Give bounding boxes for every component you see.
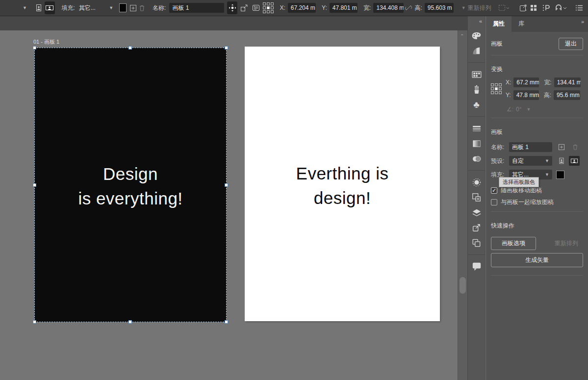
landscape-orientation-button[interactable] <box>45 1 54 14</box>
text-line: Design <box>35 162 226 186</box>
selection-handle-sw[interactable] <box>33 320 36 324</box>
portrait-orientation-button[interactable] <box>34 1 44 14</box>
isolate-artwork-button[interactable] <box>498 1 510 14</box>
plus-square-icon <box>129 4 137 12</box>
move-artwork-checkbox[interactable]: ✓ <box>491 187 497 194</box>
preset-value: 自定 <box>512 157 524 165</box>
appearance-panel-button[interactable] <box>467 175 486 190</box>
color-guide-icon <box>472 46 481 55</box>
artboards-panel-button[interactable] <box>467 190 486 205</box>
layers-panel-button[interactable] <box>467 205 486 220</box>
selection-handle-ne[interactable] <box>225 46 228 50</box>
divider <box>491 55 583 55</box>
exit-button[interactable]: 退出 <box>559 38 583 50</box>
asset-export-icon <box>472 238 481 248</box>
collapse-dock-icon[interactable]: « <box>479 18 482 24</box>
canvas-pasteboard[interactable]: 01 - 画板 1 Design is everything! Everthin… <box>0 30 457 380</box>
checkmark-icon: ✓ <box>492 187 496 194</box>
rearrange-button[interactable]: 重新排列 <box>555 237 583 250</box>
constrain-proportions-button[interactable] <box>405 1 412 14</box>
artboard-1-black[interactable]: Design is everything! <box>34 48 227 322</box>
selection-handle-se[interactable] <box>225 320 228 324</box>
panel-dock: « <box>467 16 486 380</box>
export-panel-button[interactable] <box>467 220 486 235</box>
stroke-panel-button[interactable] <box>467 121 486 136</box>
y-field[interactable]: 47.801 m <box>330 3 358 13</box>
selection-handle-n[interactable] <box>128 46 132 50</box>
artboard-preset-dropdown[interactable]: ▼ <box>0 5 31 10</box>
height-field[interactable]: 95.603 m <box>425 3 454 13</box>
toolbar-menu-button[interactable] <box>574 1 584 14</box>
width-field[interactable]: 134.408 m <box>373 3 404 13</box>
artboard-2-white[interactable]: Everthing is design! <box>245 47 440 321</box>
text-line: design! <box>245 186 440 210</box>
fill-color-swatch[interactable] <box>119 3 127 12</box>
x-field[interactable]: 67.204 m <box>288 3 316 13</box>
width-label: 宽: <box>363 4 371 12</box>
y-field[interactable]: 47.8 mm <box>513 90 539 100</box>
comments-panel-button[interactable] <box>467 259 486 274</box>
delete-artboard-button[interactable] <box>138 1 146 14</box>
snap-to-pixel-button[interactable] <box>541 1 551 14</box>
color-panel-button[interactable] <box>467 28 486 43</box>
dock-separator <box>467 112 486 117</box>
width-field[interactable]: 134.41 m <box>554 77 581 87</box>
asset-export-panel-button[interactable] <box>467 235 486 251</box>
gradient-panel-button[interactable] <box>467 136 486 151</box>
generate-vector-button[interactable]: 生成矢量 <box>491 253 583 267</box>
tab-properties[interactable]: 属性 <box>486 16 511 32</box>
rearrange-button[interactable]: 重新排列 <box>468 4 491 12</box>
snap-options-button[interactable] <box>554 1 567 14</box>
artboard-fill-swatch[interactable] <box>556 171 564 179</box>
artboard-options-button[interactable]: 画板选项 <box>491 237 536 250</box>
scale-artboard-button[interactable] <box>239 1 249 14</box>
broken-link-icon[interactable] <box>583 84 583 93</box>
artboard-name-tag[interactable]: 01 - 画板 1 <box>33 38 59 46</box>
landscape-orientation-button[interactable] <box>569 156 580 166</box>
height-field[interactable]: 95.6 mm <box>554 90 580 100</box>
brushes-panel-button[interactable] <box>467 82 486 97</box>
vertical-scrollbar[interactable]: ⌃ <box>458 30 467 380</box>
preset-dropdown[interactable]: 自定 ▼ <box>509 156 552 166</box>
move-icon <box>228 3 237 12</box>
swatches-panel-button[interactable] <box>467 67 486 82</box>
reference-point-grid-icon[interactable] <box>491 83 502 94</box>
angle-value[interactable]: 0° <box>516 106 521 113</box>
tooltip-choose-artboard-color: 选择画板颜色 <box>499 177 539 187</box>
magnet-icon <box>554 4 567 12</box>
transparency-panel-button[interactable] <box>467 151 486 166</box>
scrollbar-thumb[interactable] <box>460 277 466 294</box>
quick-actions-title: 快速操作 <box>491 217 583 232</box>
selection-handle-s[interactable] <box>128 320 132 324</box>
grid-dots-icon <box>530 4 537 12</box>
artboard-options-button[interactable] <box>251 1 261 14</box>
collapse-panel-icon[interactable]: » <box>581 19 584 25</box>
portrait-orientation-button[interactable] <box>556 156 567 166</box>
color-guide-panel-button[interactable] <box>467 43 486 58</box>
options-list-icon <box>252 3 260 12</box>
transparency-icon <box>472 155 482 163</box>
artboard-name-input[interactable] <box>509 142 552 152</box>
scroll-up-arrow-icon[interactable]: ⌃ <box>460 33 464 39</box>
selection-handle-nw[interactable] <box>33 46 36 50</box>
export-button[interactable] <box>518 1 528 14</box>
selection-handle-w[interactable] <box>33 183 36 187</box>
white-artboard-text[interactable]: Everthing is design! <box>245 161 440 210</box>
symbols-panel-button[interactable]: ♣ <box>467 97 486 112</box>
reference-point-grid-icon <box>263 2 274 13</box>
fill-dropdown[interactable]: 其它... ▼ <box>79 4 113 12</box>
home-button[interactable] <box>528 1 538 14</box>
move-artboard-button[interactable] <box>227 1 237 14</box>
scale-artwork-checkbox[interactable] <box>491 199 497 205</box>
tab-libraries[interactable]: 库 <box>511 16 531 32</box>
selection-handle-e[interactable] <box>225 183 228 187</box>
reference-point-button[interactable] <box>263 1 274 14</box>
scale-artwork-label: 与画板一起缩放图稿 <box>501 198 554 206</box>
x-field[interactable]: 67.2 mm <box>513 77 539 87</box>
height-label: 高: <box>414 4 422 12</box>
artboard-name-input[interactable] <box>169 3 224 13</box>
black-artboard-text[interactable]: Design is everything! <box>35 162 226 211</box>
new-artboard-button[interactable] <box>129 1 137 14</box>
new-artboard-button[interactable] <box>556 142 567 152</box>
delete-artboard-button[interactable] <box>570 142 581 152</box>
